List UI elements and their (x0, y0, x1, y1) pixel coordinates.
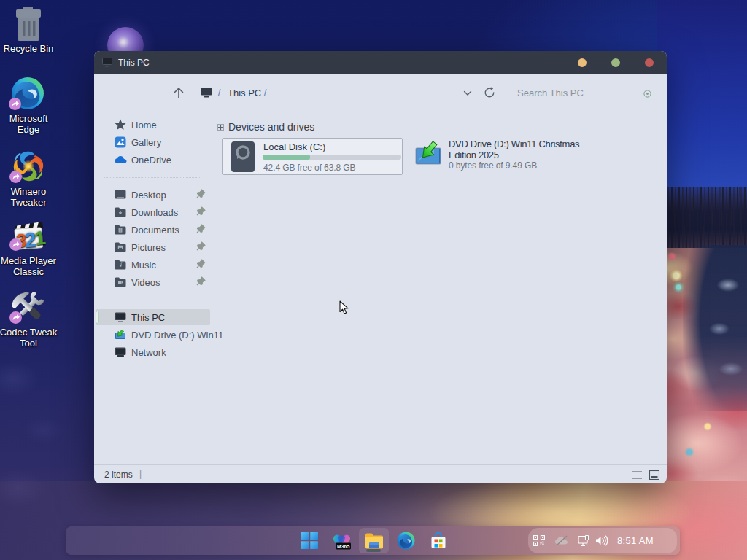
svg-text:M365: M365 (337, 543, 349, 548)
